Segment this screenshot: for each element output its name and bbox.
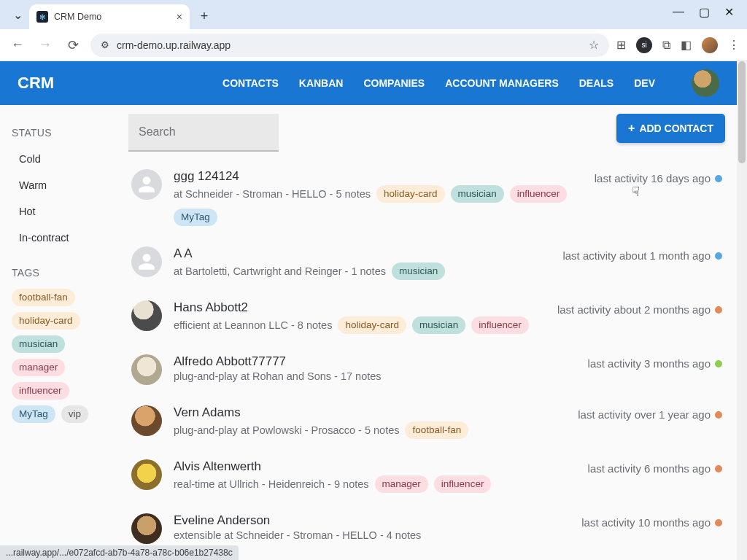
tab-close-icon[interactable]: × [177, 11, 182, 23]
translate-icon[interactable]: ⊞ [616, 38, 626, 52]
contact-tag[interactable]: football-fan [405, 421, 468, 439]
status-dot-icon [715, 519, 722, 526]
tag-musician[interactable]: musician [12, 335, 65, 353]
tab-title: CRM Demo [54, 12, 101, 22]
contact-avatar[interactable] [131, 459, 162, 490]
status-bar: ...railway.app/.../e072afcd-ab7b-4a78-a7… [0, 545, 239, 560]
contact-avatar[interactable] [131, 169, 162, 200]
contact-activity: last activity 16 days ago [595, 172, 711, 184]
tabs-dropdown-icon[interactable]: ⌄ [10, 7, 25, 22]
nav-contacts[interactable]: CONTACTS [222, 77, 279, 89]
status-dot-icon [715, 360, 722, 368]
contact-activity: last activity about 2 months ago [557, 303, 711, 316]
contact-tag[interactable]: musician [412, 316, 465, 334]
contact-subtitle: plug-and-play at Rohan and Sons - 17 not… [174, 370, 382, 382]
search-placeholder: Search [139, 125, 176, 139]
contact-subtitle: efficient at Leannon LLC - 8 notes [174, 319, 332, 331]
browser-address-bar: ← → ⟳ ⚙ crm-demo.up.railway.app ☆ ⊞ si ⧉… [0, 29, 747, 61]
scrollbar-track[interactable] [737, 61, 747, 560]
contact-tag[interactable]: musician [451, 185, 504, 203]
contact-tag[interactable]: MyTag [174, 209, 217, 226]
add-contact-label: ADD CONTACT [639, 122, 713, 134]
contact-avatar[interactable] [131, 513, 162, 544]
reload-icon[interactable]: ⟳ [63, 35, 83, 55]
status-dot-icon [715, 252, 722, 260]
status-dot-icon [715, 175, 722, 182]
browser-profile-avatar[interactable] [702, 37, 718, 53]
browser-tab[interactable]: CRM Demo × [29, 4, 190, 29]
side-panel-icon[interactable]: ◧ [681, 38, 692, 52]
site-settings-icon[interactable]: ⚙ [101, 39, 109, 50]
contact-row[interactable]: ggg 124124at Schneider - Stroman - HELLO… [128, 159, 725, 236]
browser-titlebar: ⌄ CRM Demo × + — ▢ ✕ [0, 0, 747, 29]
contact-subtitle: real-time at Ullrich - Heidenreich - 9 n… [174, 478, 369, 490]
contact-name: ggg 124124 [174, 169, 583, 184]
status-in-contract[interactable]: In-contract [9, 225, 120, 251]
user-avatar[interactable] [692, 69, 719, 97]
contact-subtitle: at Bartoletti, Cartwright and Reinger - … [174, 265, 386, 277]
contact-activity: last activity over 1 year ago [578, 408, 711, 421]
contact-name: Hans Abbott2 [174, 300, 546, 315]
contact-avatar[interactable] [131, 246, 162, 277]
contact-name: Eveline Anderson [174, 513, 570, 528]
contact-name: A A [174, 246, 551, 261]
tag-holiday-card[interactable]: holiday-card [12, 312, 80, 330]
url-text: crm-demo.up.railway.app [117, 39, 231, 51]
url-input[interactable]: ⚙ crm-demo.up.railway.app ☆ [90, 34, 609, 57]
brand[interactable]: CRM [18, 74, 54, 93]
favicon-icon [36, 11, 48, 23]
add-contact-button[interactable]: + ADD CONTACT [616, 114, 725, 143]
contact-activity: last activity 10 months ago [581, 516, 711, 529]
bookmark-icon[interactable]: ☆ [589, 38, 599, 52]
nav-companies[interactable]: COMPANIES [363, 77, 425, 89]
tag-influencer[interactable]: influencer [12, 382, 69, 400]
status-hot[interactable]: Hot [9, 198, 120, 225]
search-input[interactable]: Search [128, 114, 279, 152]
status-dot-icon [715, 306, 722, 314]
tag-football-fan[interactable]: football-fan [12, 289, 75, 306]
window-maximize-icon[interactable]: ▢ [699, 5, 710, 19]
contact-row[interactable]: A Aat Bartoletti, Cartwright and Reinger… [128, 236, 725, 290]
extensions-icon[interactable]: ⧉ [662, 39, 670, 52]
status-url: ...railway.app/.../e072afcd-ab7b-4a78-a7… [6, 548, 233, 558]
status-dot-icon [715, 411, 722, 419]
new-tab-icon[interactable]: + [194, 6, 214, 26]
window-close-icon[interactable]: ✕ [724, 5, 734, 19]
contact-row[interactable]: Alvis Altenwerthreal-time at Ullrich - H… [128, 449, 725, 503]
status-heading: STATUS [12, 127, 117, 139]
contact-tag[interactable]: musician [392, 262, 445, 280]
browser-menu-icon[interactable]: ⋮ [728, 38, 740, 52]
back-icon[interactable]: ← [7, 35, 28, 55]
contact-avatar[interactable] [131, 300, 162, 331]
contact-name: Alvis Altenwerth [174, 459, 576, 474]
contact-row[interactable]: Hans Abbott2efficient at Leannon LLC - 8… [128, 290, 725, 344]
contact-activity: last activity about 1 month ago [562, 249, 711, 262]
contact-row[interactable]: Vern Adamsplug-and-play at Powlowski - P… [128, 395, 725, 449]
tag-vip[interactable]: vip [61, 405, 88, 423]
contact-subtitle: at Schneider - Stroman - HELLO - 5 notes [174, 188, 371, 200]
contact-tag[interactable]: influencer [510, 185, 568, 203]
window-minimize-icon[interactable]: — [673, 5, 684, 19]
tag-manager[interactable]: manager [12, 359, 65, 376]
status-warm[interactable]: Warm [9, 172, 120, 198]
contact-avatar[interactable] [131, 405, 162, 436]
status-cold[interactable]: Cold [9, 146, 120, 172]
contact-tag[interactable]: holiday-card [376, 185, 445, 203]
extension-badge-icon[interactable]: si [636, 37, 652, 53]
contact-tag[interactable]: holiday-card [338, 316, 406, 334]
scrollbar-thumb[interactable] [738, 61, 746, 163]
nav-account-managers[interactable]: ACCOUNT MANAGERS [445, 77, 559, 89]
nav-dev[interactable]: DEV [634, 77, 655, 89]
tag-mytag[interactable]: MyTag [12, 405, 55, 423]
contact-tag[interactable]: influencer [434, 475, 492, 493]
contact-activity: last activity 6 months ago [588, 462, 711, 475]
nav-deals[interactable]: DEALS [579, 77, 614, 89]
contact-name: Vern Adams [174, 405, 566, 420]
contact-row[interactable]: Alfredo Abbott77777plug-and-play at Roha… [128, 344, 725, 395]
contact-tag[interactable]: influencer [471, 316, 529, 334]
nav-kanban[interactable]: KANBAN [299, 77, 344, 89]
contact-tag[interactable]: manager [375, 475, 428, 493]
contact-activity: last activity 3 months ago [588, 357, 711, 370]
contact-avatar[interactable] [131, 354, 162, 385]
forward-icon[interactable]: → [35, 35, 55, 55]
